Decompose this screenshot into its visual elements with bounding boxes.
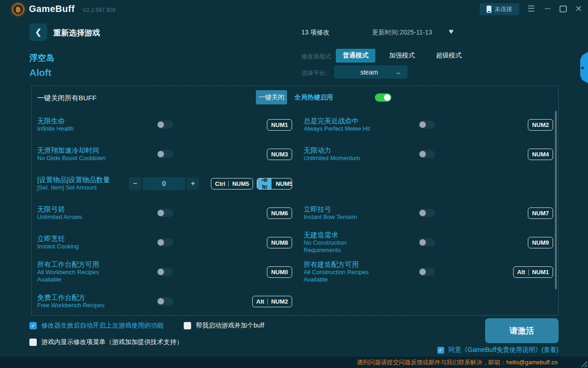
mods-count: 13 项修改 [301, 29, 329, 37]
global-hotkey-label: 全局热键启用 [294, 93, 333, 102]
feature-toggle[interactable] [418, 150, 435, 158]
app-version: V2.2.947.909 [83, 7, 115, 13]
feature-toggle[interactable] [418, 209, 435, 217]
connect-label: 未连接 [495, 5, 513, 13]
favorite-heart-icon[interactable]: ♥ [449, 27, 453, 36]
feature-toggle[interactable] [418, 121, 435, 129]
minimize-icon[interactable]: ─ [545, 4, 550, 13]
cheats-panel: 一键关闭所有BUFF 一键关闭 全局热键启用 无限生命 Infinite Hea… [31, 86, 559, 316]
amount-decrement-button[interactable]: − [129, 178, 141, 190]
menu-icon[interactable]: ☰ [527, 4, 535, 13]
feature-instant-bow-tension: 立即拉弓 Instant Bow Tension NUM7 [304, 198, 553, 228]
feature-name-cn: 所有建造配方可用 [304, 260, 384, 269]
feature-name-en: All Construction Recipes Available [304, 269, 382, 283]
feature-toggle[interactable] [418, 268, 435, 276]
feature-name-en: No Glide Boost Cooldown [37, 155, 122, 162]
tab-enhanced-mode[interactable]: 加强模式 [388, 49, 416, 63]
back-button[interactable]: ❮ [29, 23, 47, 41]
amount-input[interactable] [143, 177, 185, 190]
hotkey-keycap[interactable]: NUM2 [528, 119, 553, 131]
app-title: GameBuff [29, 4, 75, 14]
auto-enable-label: 修改器生效后自动开启上次游戏使用的功能 [41, 322, 164, 330]
amount-increment-button[interactable]: + [187, 178, 199, 190]
feature-toggle[interactable] [157, 209, 173, 217]
feature-name-en: All Workbench Recipes Available [37, 269, 122, 283]
keycap-separator [528, 269, 529, 275]
global-hotkey-toggle[interactable] [375, 93, 391, 102]
hotkey-keycap[interactable]: NUM7 [528, 207, 553, 219]
feature-name-cn: 总是完美近战命中 [304, 117, 384, 125]
options-row-1: ✓ 修改器生效后自动开启上次游戏使用的功能 帮我启动游戏并加个buff [29, 322, 264, 330]
agreement-label[interactable]: 同意《GameBuff免责使用说明》(查看) [448, 346, 559, 354]
feature-toggle[interactable] [418, 238, 435, 247]
activate-button[interactable]: 请激活 [485, 318, 559, 343]
footer-email-link[interactable]: hello@gamebuff.cn [506, 359, 558, 366]
hotkey-keycap[interactable]: NUM8 [267, 237, 292, 248]
hotkey-keycap[interactable]: Alt NUM2 [252, 296, 292, 307]
hotkey-keycap[interactable]: NUM6 [267, 207, 292, 219]
feature-toggle[interactable] [157, 238, 173, 247]
game-name-cn: 浮空岛 [29, 52, 54, 63]
handle-arrow-icon: ◀ [581, 66, 583, 70]
feature-unlimited-momentum: 无限动力 Unlimited Momentum NUM4 [304, 139, 553, 169]
tab-super-mode[interactable]: 超级模式 [435, 49, 463, 63]
options-row-2: 游戏内显示修改项菜单（游戏加加提供技术支持） [29, 338, 183, 346]
set-amount-keycap[interactable]: Ctrl NUM5 [211, 178, 253, 190]
hotkey-keycap[interactable]: NUM0 [267, 266, 292, 278]
features-column-left: 无限生命 Infinite Health NUM1 无滑翔加速冷却时间 No G… [37, 110, 292, 316]
close-all-button[interactable]: 一键关闭 [256, 90, 287, 104]
keycap-separator [267, 299, 268, 305]
feature-name-en: [Sel. Item] Set Amount [37, 184, 122, 191]
feature-all-workbench-recipes: 所有工作台配方可用 All Workbench Recipes Availabl… [37, 257, 292, 287]
auto-enable-checkbox[interactable]: ✓ [29, 322, 37, 329]
feature-toggle[interactable] [157, 121, 173, 129]
hotkey-keycap[interactable]: NUM3 [267, 149, 292, 160]
feature-name-en: Always Perfect Melee Hit [304, 125, 382, 132]
tab-normal-mode[interactable]: 普通模式 [336, 49, 375, 63]
ingame-menu-checkbox[interactable] [29, 339, 37, 346]
platform-label: 选择平台: [301, 69, 327, 77]
footer-support-text: 遇到问题请提交问题反馈或邮件与我们联系解决，邮箱： [357, 358, 506, 367]
feature-name-cn: 无建造需求 [304, 231, 384, 239]
add-action-tag: 增加 [257, 178, 271, 189]
feature-free-workbench-recipes: 免费工作台配方 Free Workbench Recipes Alt NUM2 [37, 287, 292, 316]
feature-perfect-melee-hit: 总是完美近战命中 Always Perfect Melee Hit NUM2 [304, 110, 553, 139]
scrollbar-thumb[interactable] [555, 111, 557, 289]
feature-name-cn: 免费工作台配方 [37, 293, 124, 302]
hotkey-keycap[interactable]: NUM1 [267, 119, 292, 131]
ingame-menu-label: 游戏内显示修改项菜单（游戏加加提供技术支持） [41, 338, 183, 346]
page-title: 重新选择游戏 [53, 28, 100, 38]
feature-name-cn: 无限动力 [304, 146, 384, 155]
footer-bar: 遇到问题请提交问题反馈或邮件与我们联系解决，邮箱： hello@gamebuff… [0, 356, 588, 368]
side-panel-handle[interactable]: ◀ [580, 52, 588, 83]
feature-name-cn: 无限生命 [37, 117, 124, 125]
close-icon[interactable]: ✕ [575, 4, 582, 13]
gamebuff-logo-icon: ฿ [12, 3, 24, 16]
device-connect-button[interactable]: 未连接 [480, 3, 519, 15]
feature-infinite-health: 无限生命 Infinite Health NUM1 [37, 110, 292, 139]
feature-name-cn: 所有工作台配方可用 [37, 260, 124, 269]
launch-buff-checkbox[interactable] [184, 322, 191, 329]
game-name-en: Aloft [29, 67, 51, 78]
chevron-down-icon: ⌄ [395, 69, 402, 75]
maximize-icon[interactable] [560, 6, 567, 12]
feature-name-cn: 无滑翔加速冷却时间 [37, 146, 124, 155]
hotkey-keycap[interactable]: NUM9 [528, 237, 553, 248]
feature-unlimited-arrows: 无限弓箭 Unlimited Arrows NUM6 [37, 198, 292, 228]
hotkey-keycap[interactable]: NUM4 [528, 149, 553, 160]
hotkey-keycap[interactable]: Alt NUM1 [513, 266, 553, 278]
update-time: 更新时间:2025-11-13 [372, 29, 432, 37]
feature-toggle[interactable] [157, 297, 173, 305]
mode-label: 修改器模式 [301, 52, 331, 61]
add-amount-keycap[interactable]: 增加 NUM5 [257, 178, 292, 190]
feature-name-en: Unlimited Momentum [304, 155, 382, 162]
title-bar: ฿ GameBuff V2.2.947.909 未连接 ☰ ─ ✕ [0, 0, 588, 18]
feature-no-glide-cooldown: 无滑翔加速冷却时间 No Glide Boost Cooldown NUM3 [37, 139, 292, 169]
feature-toggle[interactable] [157, 268, 173, 276]
feature-toggle[interactable] [157, 150, 173, 158]
feature-name-en: Instant Cooking [37, 243, 122, 250]
platform-select[interactable]: steam ⌄ [334, 65, 407, 79]
feature-name-en: Instant Bow Tension [304, 213, 382, 221]
agreement-checkbox[interactable]: ✓ [437, 347, 444, 354]
feature-no-construction-requirements: 无建造需求 No Construction Requirements NUM9 [304, 228, 553, 257]
